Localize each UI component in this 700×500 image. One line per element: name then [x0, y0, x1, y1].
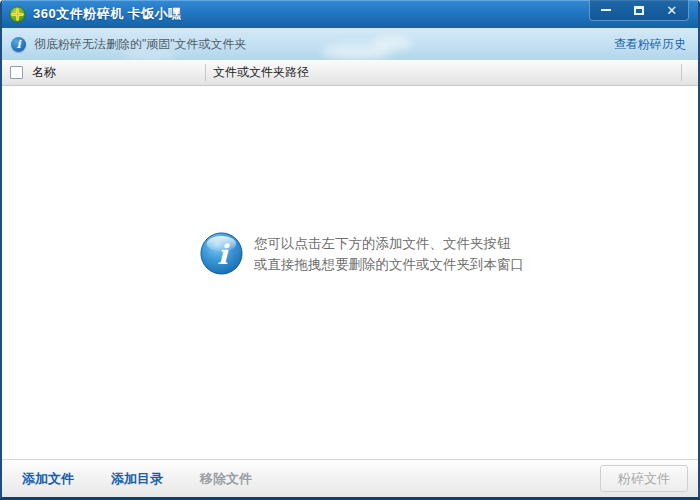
close-button[interactable]: ✕ — [655, 0, 688, 20]
column-divider — [681, 64, 682, 81]
app-window: 360文件粉碎机 卡饭小嘿 ✕ i 彻底粉碎无法删除的"顽固"文件或文件夹 查看… — [0, 0, 700, 500]
file-list-drop-zone[interactable]: i 您可以点击左下方的添加文件、文件夹按钮 或直接拖拽想要删除的文件或文件夹到本… — [2, 86, 698, 459]
info-bar-text: 彻底粉碎无法删除的"顽固"文件或文件夹 — [34, 36, 247, 53]
close-icon: ✕ — [666, 4, 677, 17]
add-directory-button[interactable]: 添加目录 — [111, 470, 163, 488]
column-header-name[interactable]: 名称 — [32, 64, 56, 81]
maximize-icon — [634, 6, 644, 15]
column-divider[interactable] — [205, 64, 206, 81]
info-bar: i 彻底粉碎无法删除的"顽固"文件或文件夹 查看粉碎历史 — [2, 28, 698, 60]
window-title: 360文件粉碎机 卡饭小嘿 — [33, 5, 182, 23]
view-shred-history-link[interactable]: 查看粉碎历史 — [614, 36, 686, 53]
file-list-header: 名称 文件或文件夹路径 — [2, 60, 698, 86]
minimize-button[interactable] — [590, 0, 623, 20]
minimize-icon — [601, 9, 611, 11]
empty-state-hint: i 您可以点击左下方的添加文件、文件夹按钮 或直接拖拽想要删除的文件或文件夹到本… — [200, 232, 524, 275]
info-icon: i — [11, 37, 26, 52]
title-bar[interactable]: 360文件粉碎机 卡饭小嘿 ✕ — [2, 0, 698, 28]
shred-files-button[interactable]: 粉碎文件 — [600, 465, 688, 492]
add-file-button[interactable]: 添加文件 — [22, 470, 74, 488]
app-logo-icon — [9, 6, 26, 23]
empty-state-line2: 或直接拖拽想要删除的文件或文件夹到本窗口 — [254, 254, 524, 275]
empty-state-text: 您可以点击左下方的添加文件、文件夹按钮 或直接拖拽想要删除的文件或文件夹到本窗口 — [254, 233, 524, 275]
maximize-button[interactable] — [623, 0, 656, 20]
footer-toolbar: 添加文件 添加目录 移除文件 粉碎文件 — [2, 459, 698, 497]
remove-file-button[interactable]: 移除文件 — [200, 470, 252, 488]
column-header-path[interactable]: 文件或文件夹路径 — [213, 64, 309, 81]
info-large-icon: i — [200, 232, 243, 275]
cloud-decoration — [372, 36, 412, 50]
select-all-checkbox[interactable] — [10, 66, 23, 79]
window-controls: ✕ — [589, 0, 689, 21]
empty-state-line1: 您可以点击左下方的添加文件、文件夹按钮 — [254, 233, 524, 254]
